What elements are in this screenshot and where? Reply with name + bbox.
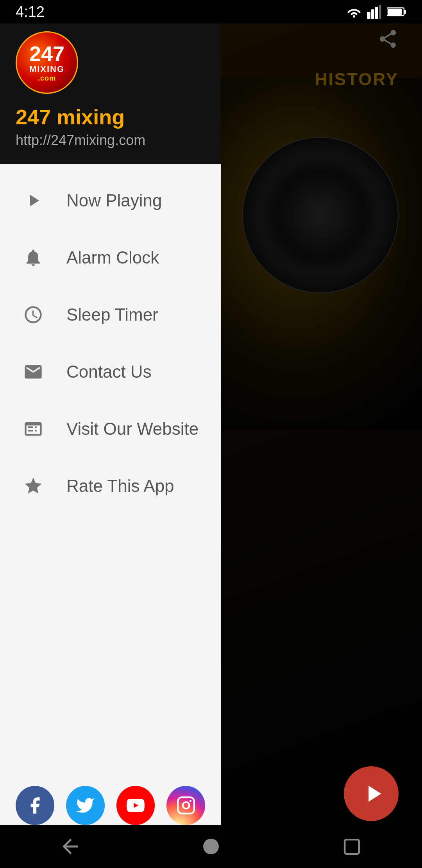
- app-title: 247 mixing: [16, 105, 125, 129]
- menu-label-visit-website: Visit Our Website: [66, 419, 198, 439]
- drawer-header: 247 MIXING .com 247 mixing http://247mix…: [0, 0, 221, 164]
- menu-item-now-playing[interactable]: Now Playing: [0, 172, 221, 229]
- recent-apps-button[interactable]: [336, 831, 367, 862]
- menu-label-sleep-timer: Sleep Timer: [66, 305, 158, 325]
- svg-rect-3: [375, 7, 378, 19]
- menu-item-contact-us[interactable]: Contact Us: [0, 343, 221, 400]
- clock-icon: [20, 301, 47, 328]
- menu-label-now-playing: Now Playing: [66, 191, 162, 210]
- svg-rect-2: [371, 9, 374, 19]
- home-button[interactable]: [195, 831, 227, 862]
- logo-mixing: MIXING: [29, 64, 64, 74]
- browser-icon: [20, 415, 47, 443]
- battery-icon: [387, 6, 406, 17]
- star-icon: [20, 472, 47, 500]
- play-button-float[interactable]: [344, 766, 399, 821]
- svg-rect-6: [404, 10, 406, 14]
- logo-number: 247: [29, 43, 64, 64]
- mail-icon: [20, 358, 47, 386]
- wifi-icon: [346, 6, 362, 18]
- play-icon: [20, 187, 47, 214]
- status-time: 4:12: [16, 4, 45, 20]
- drawer-menu: Now Playing Alarm Clock Sleep Timer: [0, 164, 221, 774]
- menu-label-contact-us: Contact Us: [66, 362, 152, 382]
- svg-rect-7: [388, 9, 402, 15]
- back-button[interactable]: [55, 831, 86, 862]
- app-url: http://247mixing.com: [16, 132, 145, 149]
- svg-rect-4: [379, 5, 381, 19]
- menu-item-rate-app[interactable]: Rate This App: [0, 457, 221, 515]
- navigation-drawer: 247 MIXING .com 247 mixing http://247mix…: [0, 0, 221, 845]
- menu-item-visit-website[interactable]: Visit Our Website: [0, 400, 221, 457]
- twitter-button[interactable]: [66, 786, 105, 825]
- menu-label-alarm-clock: Alarm Clock: [66, 248, 159, 267]
- svg-rect-12: [345, 839, 359, 854]
- drawer-scrim[interactable]: [221, 0, 422, 868]
- youtube-button[interactable]: [116, 786, 155, 825]
- svg-point-11: [203, 839, 219, 854]
- bell-icon: [20, 244, 47, 271]
- instagram-button[interactable]: [166, 786, 205, 825]
- svg-rect-1: [367, 12, 370, 19]
- navigation-bar: [0, 825, 422, 868]
- menu-item-sleep-timer[interactable]: Sleep Timer: [0, 286, 221, 343]
- app-logo: 247 MIXING .com: [16, 31, 78, 94]
- menu-label-rate-app: Rate This App: [66, 476, 174, 496]
- facebook-button[interactable]: [16, 786, 54, 825]
- signal-icon: [367, 5, 381, 19]
- svg-rect-9: [178, 797, 194, 814]
- status-bar: 4:12: [0, 0, 422, 23]
- logo-sub: .com: [29, 74, 64, 82]
- status-icons: [346, 5, 406, 19]
- svg-point-0: [353, 15, 355, 18]
- menu-item-alarm-clock[interactable]: Alarm Clock: [0, 229, 221, 286]
